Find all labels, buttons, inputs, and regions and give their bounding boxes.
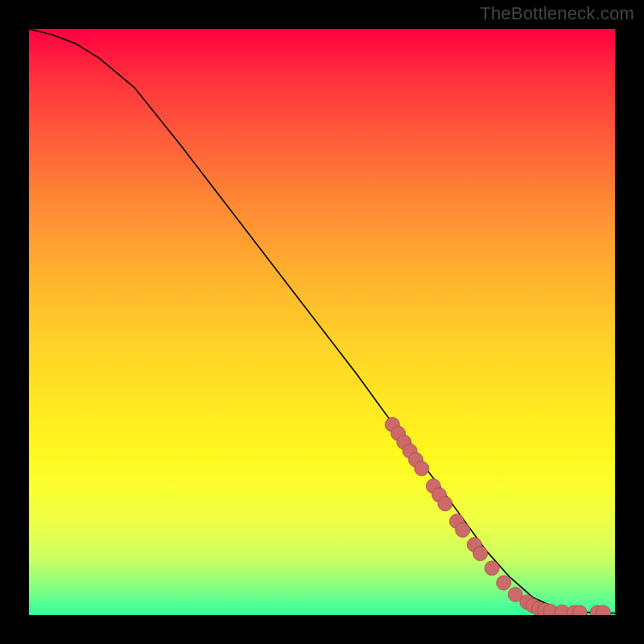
chart-frame: TheBottleneck.com	[0, 0, 644, 644]
plot-area	[29, 29, 615, 615]
scatter-points	[385, 417, 610, 615]
data-point	[473, 547, 488, 561]
watermark-text: TheBottleneck.com	[480, 3, 634, 24]
data-point	[438, 497, 452, 511]
data-point	[456, 522, 470, 537]
data-point	[415, 461, 429, 476]
points-layer	[29, 29, 615, 615]
data-point	[485, 561, 499, 576]
data-point	[497, 576, 511, 590]
